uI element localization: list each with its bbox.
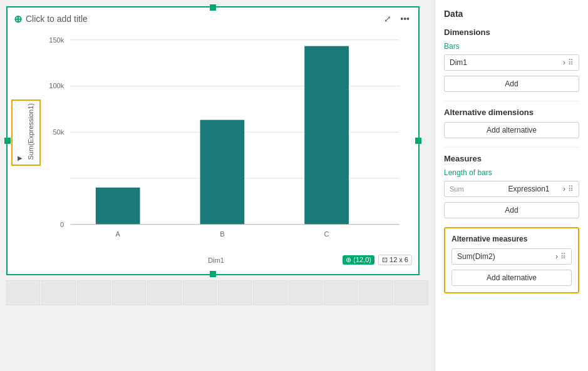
grid-cell (253, 280, 287, 305)
dim1-grid-icon[interactable]: ⠿ (568, 58, 574, 67)
grid-cell (112, 280, 146, 305)
add-title-icon: ⊕ (14, 13, 22, 25)
grid-cell (395, 280, 428, 305)
add-alternative-measure-button[interactable]: Add alternative (451, 270, 572, 286)
y-axis-label-box[interactable]: ▶ Sum(Expression1) (11, 99, 41, 165)
svg-text:B: B (220, 230, 224, 238)
alternative-measures-box: Alternative measures Sum(Dim2) › ⠿ Add a… (444, 227, 579, 293)
grid-cell (324, 280, 358, 305)
x-axis-label: Dim1 (208, 257, 224, 264)
add-alternative-dimension-button[interactable]: Add alternative (444, 122, 579, 138)
measure-chevron-icon: › (563, 185, 565, 193)
divider-2 (444, 147, 579, 148)
dim1-actions: › ⠿ (563, 58, 574, 67)
dimensions-title: Dimensions (444, 28, 579, 37)
position-badge: ⊕ (12,0) (343, 255, 374, 265)
chart-widget: ⊕ Click to add title ⤢ ••• ▶ Sum(Express… (6, 6, 420, 275)
grid-cell (41, 280, 75, 305)
measure-row[interactable]: Sum Expression1 › ⠿ (444, 181, 579, 197)
measure-sum-label: Sum (450, 185, 505, 193)
measure-actions: › ⠿ (563, 185, 574, 193)
measure-grid-icon[interactable]: ⠿ (568, 185, 574, 193)
expand-arrow-icon: ▶ (18, 155, 23, 161)
bar-c[interactable] (304, 46, 349, 225)
length-of-bars-label: Length of bars (444, 168, 579, 177)
chart-title-area[interactable]: ⊕ Click to add title (14, 13, 88, 25)
alt-measure-row[interactable]: Sum(Dim2) › ⠿ (451, 248, 572, 265)
grid-cell (6, 280, 40, 305)
svg-text:50k: 50k (53, 128, 64, 136)
size-badge: ⊡ 12 x 6 (378, 255, 412, 265)
chart-svg: 150k 100k 50k 0 A B C (45, 34, 412, 249)
svg-text:A: A (115, 230, 120, 238)
dim1-chevron-icon: › (563, 58, 565, 67)
alt-dimensions-title: Alternative dimensions (444, 108, 579, 117)
add-dimension-button[interactable]: Add (444, 76, 579, 92)
alt-measures-title: Alternative measures (451, 235, 572, 243)
grid-cell (147, 280, 181, 305)
grid-cell (359, 280, 393, 305)
grid-cell (289, 280, 322, 305)
svg-text:100k: 100k (49, 83, 64, 90)
svg-text:0: 0 (60, 221, 64, 228)
bar-a[interactable] (96, 188, 140, 225)
panel-data-label: Data (444, 9, 579, 19)
measures-title: Measures (444, 154, 579, 163)
right-panel: Data Dimensions Bars Dim1 › ⠿ Add Altern… (435, 0, 588, 371)
grid-area (6, 280, 428, 365)
expand-button[interactable]: ⤢ (381, 13, 394, 25)
grid-cell (218, 280, 252, 305)
grid-cell (183, 280, 217, 305)
dim1-label: Dim1 (450, 58, 563, 67)
resize-handle-top[interactable] (210, 4, 216, 11)
alt-measure-label: Sum(Dim2) (457, 252, 555, 261)
svg-text:C: C (324, 230, 329, 238)
alt-measure-grid-icon[interactable]: ⠿ (560, 252, 566, 261)
chart-body: ▶ Sum(Expression1) 150k 100k 50k 0 (8, 28, 418, 268)
chart-actions: ⤢ ••• (381, 13, 412, 25)
resize-handle-bottom[interactable] (210, 271, 216, 277)
divider-1 (444, 101, 579, 101)
grid-cell (77, 280, 111, 305)
measure-expression-label: Expression1 (508, 185, 564, 193)
bars-subtitle: Bars (444, 42, 579, 51)
bar-b[interactable] (200, 120, 245, 225)
more-options-button[interactable]: ••• (398, 13, 412, 25)
chart-title[interactable]: Click to add title (26, 14, 88, 24)
dim1-row[interactable]: Dim1 › ⠿ (444, 54, 579, 71)
svg-text:150k: 150k (49, 36, 64, 44)
chart-bottom-info: ⊕ (12,0) ⊡ 12 x 6 (343, 255, 412, 265)
alt-measure-actions: › ⠿ (555, 252, 566, 261)
alt-measure-chevron-icon: › (555, 252, 558, 261)
y-axis-label: Sum(Expression1) (27, 103, 34, 160)
add-measure-button[interactable]: Add (444, 202, 579, 218)
